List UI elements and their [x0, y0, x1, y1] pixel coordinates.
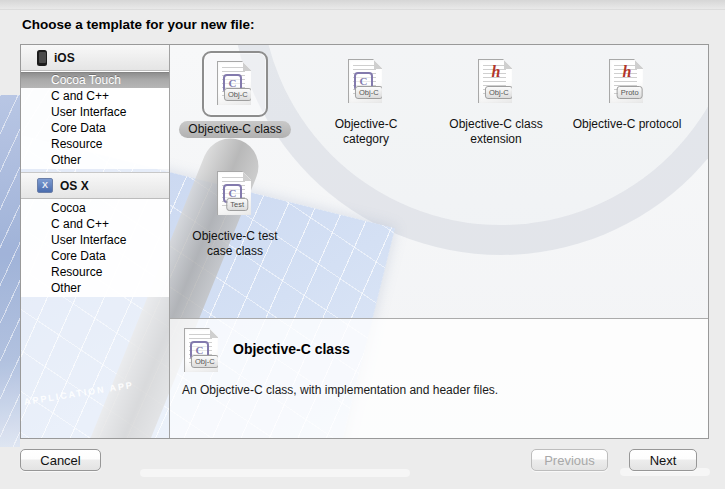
category-sidebar: iOS Cocoa Touch C and C++ User Interface… [21, 45, 170, 438]
template-label: Objective-C category [325, 117, 407, 147]
objc-category-doc-icon: C Obj-C [348, 59, 384, 105]
section-label: iOS [54, 51, 75, 65]
page-fold-icon [243, 172, 252, 181]
objc-badge: Obj-C [485, 86, 513, 99]
h-glyph: h [492, 63, 501, 81]
detail-description: An Objective-C class, with implementatio… [182, 383, 498, 397]
sidebar-item-core-data-osx[interactable]: Core Data [21, 248, 169, 264]
objc-class-doc-icon: C Obj-C [217, 61, 253, 107]
template-chooser-panel: APPLICATION APP iOS Cocoa Touch C and C+… [20, 44, 709, 439]
cancel-button[interactable]: Cancel [20, 449, 101, 471]
sidebar-section-osx: X OS X [21, 172, 169, 199]
sidebar-item-user-interface-osx[interactable]: User Interface [21, 232, 169, 248]
template-label: Objective-C protocol [573, 117, 682, 132]
osx-items: Cocoa C and C++ User Interface Core Data… [21, 199, 169, 297]
header-doc-icon: h Obj-C [478, 59, 514, 105]
ios-items: Cocoa Touch C and C++ User Interface Cor… [21, 71, 169, 169]
template-objective-c-class[interactable]: C Obj-C Objective-C class [171, 51, 299, 138]
protocol-doc-icon: h Proto [609, 59, 645, 105]
sidebar-item-other-osx[interactable]: Other [21, 280, 169, 296]
template-detail-pane: C Obj-C Objective-C class An Objective-C… [170, 318, 708, 438]
icon-frame: h Obj-C [465, 51, 527, 113]
page-fold-icon [210, 329, 219, 338]
page-fold-icon [504, 60, 513, 69]
page-fold-icon [374, 60, 383, 69]
sidebar-item-core-data-ios[interactable]: Core Data [21, 120, 169, 136]
template-grid: C Obj-C Objective-C class C Obj-C Object… [170, 45, 708, 318]
template-objective-c-class-extension[interactable]: h Obj-C Objective-C class extension [432, 51, 560, 147]
proto-badge: Proto [617, 86, 643, 99]
template-label: Objective-C class [179, 121, 290, 138]
template-label: Objective-C class extension [439, 117, 553, 147]
sidebar-item-cocoa[interactable]: Cocoa [21, 200, 169, 216]
artwork-smudge [140, 469, 410, 477]
section-label: OS X [60, 179, 89, 193]
detail-title: Objective-C class [233, 341, 350, 357]
template-objective-c-test-case-class[interactable]: C Test Objective-C test case class [171, 163, 299, 259]
selected-icon-frame: C Obj-C [202, 51, 268, 117]
objc-badge: Obj-C [355, 86, 383, 99]
sidebar-item-resource-osx[interactable]: Resource [21, 264, 169, 280]
sidebar-item-c-and-cpp-ios[interactable]: C and C++ [21, 88, 169, 104]
previous-button[interactable]: Previous [531, 449, 608, 471]
next-button[interactable]: Next [629, 449, 697, 471]
sidebar-item-other-ios[interactable]: Other [21, 152, 169, 168]
window-top-edge [0, 0, 725, 10]
test-doc-icon: C Test [217, 171, 253, 217]
sidebar-item-user-interface-ios[interactable]: User Interface [21, 104, 169, 120]
detail-doc-icon: C Obj-C [184, 328, 220, 374]
page-fold-icon [635, 60, 644, 69]
objc-badge: Obj-C [191, 355, 219, 368]
blueprint-artwork-left [0, 95, 20, 447]
objc-badge: Obj-C [224, 88, 252, 101]
h-glyph: h [623, 63, 632, 81]
template-label: Objective-C test case class [180, 229, 290, 259]
sidebar-item-resource-ios[interactable]: Resource [21, 136, 169, 152]
sheet-title: Choose a template for your new file: [22, 17, 255, 32]
icon-frame: C Test [204, 163, 266, 225]
sidebar-item-c-and-cpp-osx[interactable]: C and C++ [21, 216, 169, 232]
template-objective-c-category[interactable]: C Obj-C Objective-C category [302, 51, 430, 147]
template-objective-c-protocol[interactable]: h Proto Objective-C protocol [563, 51, 691, 132]
icon-frame: C Obj-C [335, 51, 397, 113]
test-badge: Test [226, 198, 248, 211]
icon-frame: h Proto [596, 51, 658, 113]
osx-icon: X [37, 178, 53, 193]
sidebar-item-cocoa-touch[interactable]: Cocoa Touch [21, 72, 169, 88]
page-fold-icon [243, 62, 252, 71]
sidebar-section-ios: iOS [21, 45, 169, 71]
iphone-icon [37, 50, 47, 66]
